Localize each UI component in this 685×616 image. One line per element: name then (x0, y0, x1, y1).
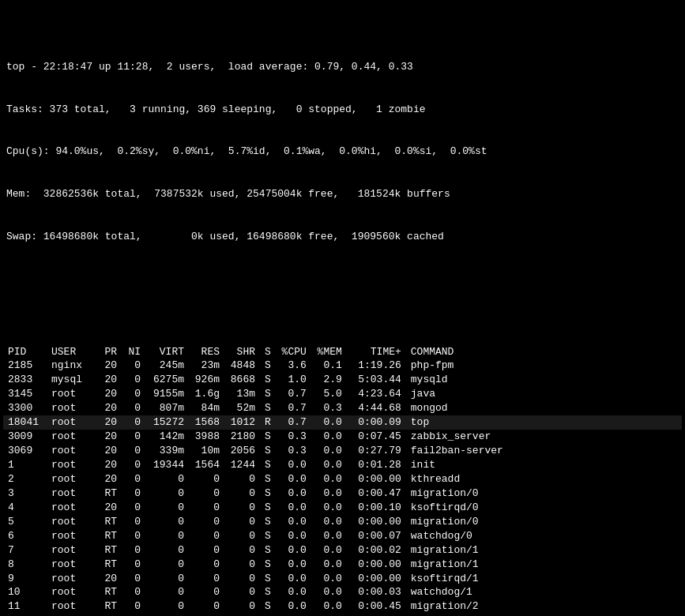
cell: 0 (189, 529, 224, 543)
col-ni: NI (122, 345, 145, 359)
cell: 0 (189, 558, 224, 572)
cell: 20 (94, 401, 122, 415)
cell: root (47, 529, 94, 543)
cell: S (260, 387, 276, 401)
cell: 2180 (224, 430, 260, 444)
cell: 0.0 (311, 415, 347, 430)
cell: 0.3 (276, 430, 311, 444)
cell: 0.3 (311, 401, 347, 415)
table-row: 2185nginx200245m23m4848S3.60.11:19.26php… (3, 359, 682, 373)
cell: 0.1 (311, 359, 347, 373)
cell: root (47, 486, 94, 501)
cell: 0.0 (311, 599, 347, 614)
cell: 8668 (224, 373, 260, 387)
cell: 2833 (3, 373, 47, 387)
cell: 19344 (145, 458, 189, 472)
cell: init (406, 458, 682, 472)
status-line-5: Swap: 16498680k total, 0k used, 16498680… (6, 230, 679, 244)
cell: S (260, 599, 276, 614)
cell: 23m (189, 359, 224, 373)
cell: 20 (94, 501, 122, 515)
cell: root (47, 572, 94, 586)
cell: root (47, 501, 94, 515)
cell: root (47, 558, 94, 572)
cell: 0 (122, 486, 145, 501)
cell: 1 (3, 458, 47, 472)
cell: 0 (122, 515, 145, 529)
cell: 0 (122, 529, 145, 543)
cell: 0 (145, 515, 189, 529)
cell: 0:00.45 (347, 599, 406, 614)
cell: 1.0 (276, 373, 311, 387)
cell: 0.7 (276, 387, 311, 401)
table-row: 9root200000S0.00.00:00.00ksoftirqd/1 (3, 572, 682, 586)
cell: 0 (224, 543, 260, 558)
cell: 0 (122, 359, 145, 373)
cell: S (260, 543, 276, 558)
cell: 0 (145, 572, 189, 586)
cell: 0:00.00 (347, 472, 406, 486)
col-command: COMMAND (406, 345, 682, 359)
cell: 0 (122, 558, 145, 572)
cell: 20 (94, 415, 122, 430)
col-res: RES (189, 345, 224, 359)
col-shr: SHR (224, 345, 260, 359)
cell: S (260, 585, 276, 599)
col-pid: PID (3, 345, 47, 359)
cell: zabbix_server (406, 430, 682, 444)
cell: java (406, 387, 682, 401)
cell: 0:00.09 (347, 415, 406, 430)
cell: root (47, 415, 94, 430)
cell: 0 (145, 529, 189, 543)
cell: 0 (224, 486, 260, 501)
cell: 6275m (145, 373, 189, 387)
col-virt: VIRT (145, 345, 189, 359)
cell: 0:27.79 (347, 444, 406, 458)
cell: 0 (122, 572, 145, 586)
cell: 0.0 (276, 529, 311, 543)
cell: 0 (122, 430, 145, 444)
cell: 0 (122, 444, 145, 458)
terminal-window: top - 22:18:47 up 11:28, 2 users, load a… (0, 0, 685, 616)
cell: 0 (122, 415, 145, 430)
cell: 5 (3, 515, 47, 529)
cell: 9 (3, 572, 47, 586)
status-line-1: top - 22:18:47 up 11:28, 2 users, load a… (6, 60, 679, 74)
cell: 0 (224, 585, 260, 599)
cell: 0:00.47 (347, 486, 406, 501)
cell: 0.0 (311, 529, 347, 543)
cell: 0 (189, 543, 224, 558)
cell: 0 (122, 585, 145, 599)
table-row: 4root200000S0.00.00:00.10ksoftirqd/0 (3, 501, 682, 515)
table-row: 3rootRT0000S0.00.00:00.47migration/0 (3, 486, 682, 501)
cell: 3069 (3, 444, 47, 458)
cell: S (260, 458, 276, 472)
cell: 20 (94, 387, 122, 401)
table-row: 6rootRT0000S0.00.00:00.07watchdog/0 (3, 529, 682, 543)
cell: migration/2 (406, 599, 682, 614)
cell: 0:00.07 (347, 529, 406, 543)
cell: 5.0 (311, 387, 347, 401)
cell: S (260, 373, 276, 387)
cell: 84m (189, 401, 224, 415)
col-time: TIME+ (347, 345, 406, 359)
cell: S (260, 472, 276, 486)
cell: 0.7 (276, 401, 311, 415)
cell: S (260, 501, 276, 515)
cell: 6 (3, 529, 47, 543)
status-line-2: Tasks: 373 total, 3 running, 369 sleepin… (6, 103, 679, 117)
table-row: 1root2001934415641244S0.00.00:01.28init (3, 458, 682, 472)
cell: 0.0 (311, 585, 347, 599)
cell: 0 (145, 543, 189, 558)
cell: 926m (189, 373, 224, 387)
cell: 0 (122, 472, 145, 486)
cell: 1012 (224, 415, 260, 430)
cell: S (260, 558, 276, 572)
cell: 0 (122, 599, 145, 614)
cell: kthreadd (406, 472, 682, 486)
cell: 20 (94, 359, 122, 373)
cell: 0:00.03 (347, 585, 406, 599)
cell: 0:00.00 (347, 572, 406, 586)
cell: ksoftirqd/0 (406, 501, 682, 515)
cell: root (47, 401, 94, 415)
